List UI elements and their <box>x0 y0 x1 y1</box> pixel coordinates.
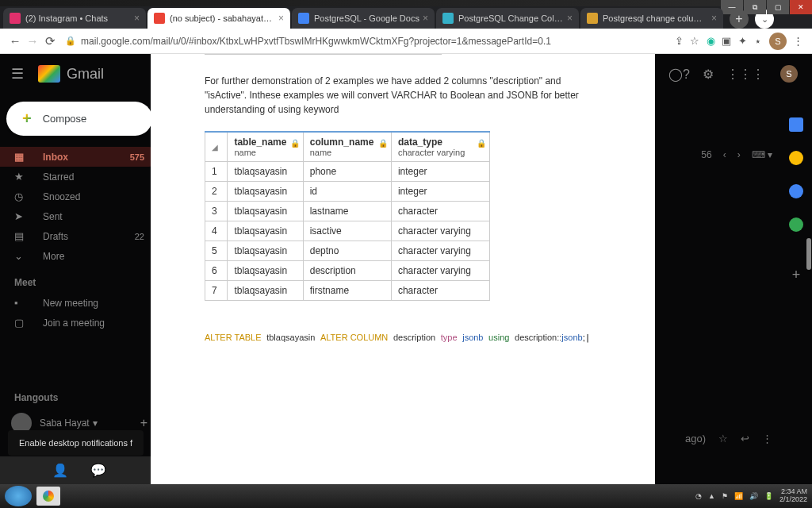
reading-list-icon[interactable]: ⭑ <box>750 35 766 48</box>
close-tab-icon[interactable]: × <box>711 13 717 24</box>
notification-toast[interactable]: Enable desktop notifications f <box>8 430 144 456</box>
table-1: 4tblaqsayasinlastnamecharacter varying5t… <box>205 54 442 55</box>
close-tab-icon[interactable]: × <box>567 13 573 24</box>
browser-tab[interactable]: (2) Instagram • Chats× <box>3 8 146 29</box>
tab-title: PostgreSQL Change Colum… <box>458 13 564 23</box>
tray-icon[interactable]: ◔ <box>695 492 702 500</box>
column-header: table_namename🔒 <box>228 132 303 162</box>
nav-icon: ➤ <box>14 210 30 222</box>
help-icon[interactable]: ◯? <box>668 67 690 82</box>
tab-title: PostgreSQL - Google Docs <box>314 13 419 23</box>
url-field[interactable]: 🔒mail.google.com/mail/u/0/#inbox/KtbxLwH… <box>65 36 665 47</box>
tray-vol[interactable]: 🔊 <box>749 492 758 500</box>
grammarly-icon[interactable]: ◉ <box>703 35 718 47</box>
input-tools[interactable]: ⌨ ▾ <box>752 149 772 160</box>
lock-icon: 🔒 <box>65 36 76 46</box>
pager: 56 ‹ › ⌨ ▾ <box>701 149 772 160</box>
nav-label: Drafts <box>43 231 68 242</box>
restore-button[interactable]: ⧉ <box>744 0 766 14</box>
compose-button[interactable]: +Compose <box>6 102 152 136</box>
reload-button[interactable]: ⟳ <box>41 34 59 48</box>
browser-tab[interactable]: (no subject) - sabahayatkh…× <box>147 8 290 29</box>
sidebar-item-more[interactable]: ⌄More <box>0 246 159 266</box>
favicon <box>10 13 21 24</box>
browser-tab[interactable]: Postgresql change column…× <box>580 8 723 29</box>
hangouts-header: Hangouts <box>0 381 159 408</box>
menu-button[interactable]: ☰ <box>11 65 24 83</box>
extensions-icon[interactable]: ✦ <box>734 35 750 47</box>
clock[interactable]: 2:34 AM2/1/2022 <box>779 488 807 504</box>
hangout-footer: 👤 💬 <box>0 456 159 484</box>
calendar-icon[interactable] <box>789 117 803 132</box>
tray-net[interactable]: 📶 <box>734 492 743 500</box>
nav-count: 575 <box>130 152 144 162</box>
forward-button[interactable]: → <box>24 34 41 48</box>
table-row: 6tblaqsayasindescriptioncharacter varyin… <box>205 261 490 281</box>
browser-tab[interactable]: PostgreSQL Change Colum…× <box>436 8 579 29</box>
ext-icon[interactable]: ▣ <box>718 35 734 47</box>
tasks-icon[interactable] <box>789 184 803 198</box>
browser-tabs: (2) Instagram • Chats×(no subject) - sab… <box>0 6 812 29</box>
close-tab-icon[interactable]: × <box>278 13 284 24</box>
table-row: 3tblaqsayasinlastnamecharacter <box>205 202 490 221</box>
star-icon[interactable]: ☆ <box>687 35 703 47</box>
more-button[interactable]: ⋮ <box>762 433 772 444</box>
max-button[interactable]: ▢ <box>767 0 789 14</box>
sidebar-item-starred[interactable]: ★Starred <box>0 167 159 187</box>
table-row: 2tblaqsayasinidinteger <box>205 182 490 202</box>
favicon <box>587 13 598 24</box>
nav-icon: ◷ <box>14 190 30 202</box>
browser-tab[interactable]: PostgreSQL - Google Docs× <box>292 8 435 29</box>
star-message[interactable]: ☆ <box>718 433 728 444</box>
nav-icon: ▦ <box>14 151 30 163</box>
table-row: 7tblaqsayasinfirstnamecharacter <box>205 281 490 301</box>
menu-icon[interactable]: ⋮ <box>790 35 806 47</box>
sidebar-item-snoozed[interactable]: ◷Snoozed <box>0 187 159 206</box>
contacts-icon[interactable] <box>789 217 803 232</box>
sidebar-item-sent[interactable]: ➤Sent <box>0 206 159 226</box>
chat-icon[interactable]: 💬 <box>90 463 106 478</box>
back-button[interactable]: ← <box>6 34 24 48</box>
tray-bat[interactable]: 🔋 <box>764 492 773 500</box>
start-button[interactable] <box>5 486 32 506</box>
new-meeting[interactable]: ▪New meeting <box>0 293 159 313</box>
tray-icon[interactable]: ▲ <box>708 492 715 500</box>
lock-icon: 🔒 <box>378 139 388 148</box>
min-button[interactable]: — <box>721 0 743 14</box>
nav-count: 22 <box>135 232 144 241</box>
table-row: 4tblaqsayasinisactivecharacter varying <box>205 221 490 241</box>
lock-icon: 🔒 <box>477 139 486 148</box>
tab-title: (2) Instagram • Chats <box>25 13 131 23</box>
chrome-taskbar[interactable] <box>36 487 60 506</box>
prev-page[interactable]: ‹ <box>723 149 726 160</box>
profile-avatar[interactable]: S <box>769 33 787 50</box>
nav-label: Starred <box>43 171 74 183</box>
table-row: 1tblaqsayasinphoneinteger <box>205 162 490 182</box>
nav-icon: ★ <box>14 171 30 183</box>
next-page[interactable]: › <box>737 149 741 160</box>
close-tab-icon[interactable]: × <box>423 13 428 24</box>
nav-label: Inbox <box>43 152 68 163</box>
keep-icon[interactable] <box>789 151 803 165</box>
lock-icon: 🔒 <box>290 139 300 148</box>
close-button[interactable]: ✕ <box>790 0 812 14</box>
nav-icon: ⌄ <box>14 250 30 262</box>
tab-title: (no subject) - sabahayatkh… <box>170 13 275 23</box>
share-icon[interactable]: ⇪ <box>671 35 687 47</box>
person-icon[interactable]: 👤 <box>52 463 68 478</box>
reply-button[interactable]: ↩ <box>741 433 749 444</box>
join-meeting[interactable]: ▢Join a meeting <box>0 313 159 333</box>
settings-icon[interactable]: ⚙ <box>703 67 714 82</box>
sidebar-item-inbox[interactable]: ▦Inbox575 <box>0 147 159 167</box>
nav-label: Snoozed <box>43 191 80 202</box>
sidebar-item-drafts[interactable]: ▤Drafts22 <box>0 226 159 246</box>
add-addon[interactable]: + <box>792 267 801 283</box>
tray-flag[interactable]: ⚑ <box>722 492 728 500</box>
scrollbar[interactable] <box>806 238 811 270</box>
paragraph: For further demonstration of 2 examples … <box>205 74 601 117</box>
apps-icon[interactable]: ⋮⋮⋮ <box>726 67 764 82</box>
tab-title: Postgresql change column… <box>603 13 708 23</box>
favicon <box>442 13 454 24</box>
close-tab-icon[interactable]: × <box>134 13 140 24</box>
nav-icon: ▤ <box>14 230 30 242</box>
